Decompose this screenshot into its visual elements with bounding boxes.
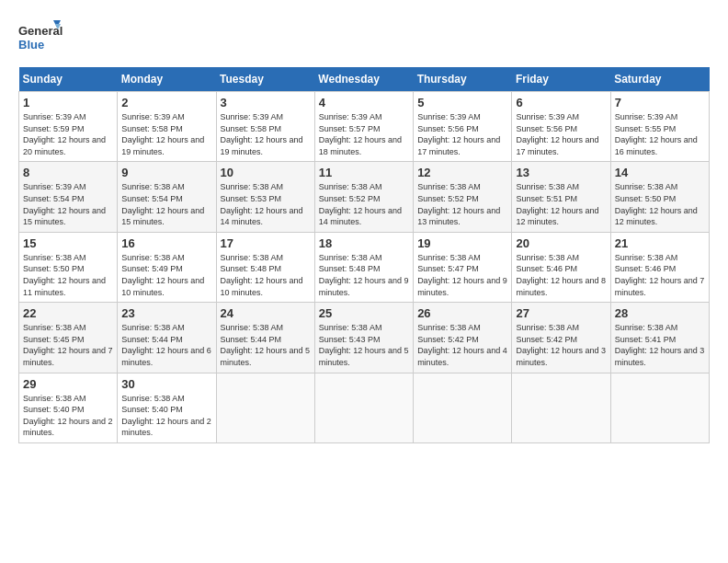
weekday-header-tuesday: Tuesday	[216, 67, 314, 92]
svg-text:Blue: Blue	[18, 38, 44, 52]
day-cell: 22 Sunrise: 5:38 AMSunset: 5:45 PMDaylig…	[19, 303, 118, 373]
empty-cell	[610, 373, 709, 442]
day-info: Sunrise: 5:39 AMSunset: 5:58 PMDaylight:…	[221, 111, 311, 157]
day-number: 4	[319, 96, 409, 109]
day-cell: 20 Sunrise: 5:38 AMSunset: 5:46 PMDaylig…	[512, 232, 610, 302]
day-cell: 14 Sunrise: 5:38 AMSunset: 5:50 PMDaylig…	[610, 162, 709, 232]
weekday-header-wednesday: Wednesday	[314, 67, 413, 92]
day-info: Sunrise: 5:38 AMSunset: 5:48 PMDaylight:…	[319, 252, 409, 298]
day-info: Sunrise: 5:38 AMSunset: 5:46 PMDaylight:…	[516, 252, 606, 298]
day-cell: 21 Sunrise: 5:38 AMSunset: 5:46 PMDaylig…	[610, 232, 709, 302]
empty-cell	[512, 373, 610, 442]
calendar-table: SundayMondayTuesdayWednesdayThursdayFrid…	[18, 67, 710, 443]
day-number: 16	[121, 236, 211, 250]
day-info: Sunrise: 5:39 AMSunset: 5:55 PMDaylight:…	[615, 111, 705, 157]
day-cell: 6 Sunrise: 5:39 AMSunset: 5:56 PMDayligh…	[512, 92, 610, 162]
calendar-week-row: 15 Sunrise: 5:38 AMSunset: 5:50 PMDaylig…	[19, 232, 710, 302]
weekday-header-sunday: Sunday	[19, 67, 118, 92]
empty-cell	[314, 373, 413, 442]
day-info: Sunrise: 5:38 AMSunset: 5:46 PMDaylight:…	[615, 252, 705, 298]
day-number: 8	[23, 166, 113, 179]
day-cell: 11 Sunrise: 5:38 AMSunset: 5:52 PMDaylig…	[314, 162, 413, 232]
day-number: 29	[23, 377, 113, 391]
day-cell: 30 Sunrise: 5:38 AMSunset: 5:40 PMDaylig…	[118, 373, 216, 442]
day-info: Sunrise: 5:39 AMSunset: 5:56 PMDaylight:…	[417, 111, 507, 157]
day-info: Sunrise: 5:38 AMSunset: 5:54 PMDaylight:…	[121, 181, 211, 227]
day-cell: 7 Sunrise: 5:39 AMSunset: 5:55 PMDayligh…	[610, 92, 709, 162]
day-number: 25	[319, 306, 409, 320]
day-number: 2	[121, 96, 211, 109]
day-cell: 15 Sunrise: 5:38 AMSunset: 5:50 PMDaylig…	[19, 232, 118, 302]
day-cell: 24 Sunrise: 5:38 AMSunset: 5:44 PMDaylig…	[216, 303, 314, 373]
day-number: 14	[615, 166, 705, 179]
day-number: 19	[417, 236, 507, 250]
day-info: Sunrise: 5:38 AMSunset: 5:53 PMDaylight:…	[221, 181, 311, 227]
day-number: 5	[417, 96, 507, 109]
day-number: 9	[121, 166, 211, 179]
day-number: 3	[221, 96, 311, 109]
calendar-week-row: 29 Sunrise: 5:38 AMSunset: 5:40 PMDaylig…	[19, 373, 710, 442]
page-header: General Blue	[18, 18, 710, 60]
day-info: Sunrise: 5:39 AMSunset: 5:58 PMDaylight:…	[121, 111, 211, 157]
day-cell: 12 Sunrise: 5:38 AMSunset: 5:52 PMDaylig…	[414, 162, 512, 232]
weekday-header-friday: Friday	[512, 67, 610, 92]
day-info: Sunrise: 5:38 AMSunset: 5:49 PMDaylight:…	[121, 252, 211, 298]
day-number: 6	[516, 96, 606, 109]
day-number: 28	[615, 306, 705, 320]
day-cell: 1 Sunrise: 5:39 AMSunset: 5:59 PMDayligh…	[19, 92, 118, 162]
day-number: 18	[319, 236, 409, 250]
day-cell: 19 Sunrise: 5:38 AMSunset: 5:47 PMDaylig…	[414, 232, 512, 302]
day-number: 21	[615, 236, 705, 250]
day-number: 27	[516, 306, 606, 320]
day-number: 11	[319, 166, 409, 179]
day-cell: 18 Sunrise: 5:38 AMSunset: 5:48 PMDaylig…	[314, 232, 413, 302]
day-info: Sunrise: 5:38 AMSunset: 5:43 PMDaylight:…	[319, 322, 409, 368]
day-cell: 9 Sunrise: 5:38 AMSunset: 5:54 PMDayligh…	[118, 162, 216, 232]
day-info: Sunrise: 5:38 AMSunset: 5:42 PMDaylight:…	[417, 322, 507, 368]
day-cell: 26 Sunrise: 5:38 AMSunset: 5:42 PMDaylig…	[414, 303, 512, 373]
day-number: 10	[221, 166, 311, 179]
weekday-header-thursday: Thursday	[414, 67, 512, 92]
day-number: 24	[221, 306, 311, 320]
weekday-header-monday: Monday	[118, 67, 216, 92]
day-info: Sunrise: 5:39 AMSunset: 5:54 PMDaylight:…	[23, 181, 113, 227]
day-cell: 16 Sunrise: 5:38 AMSunset: 5:49 PMDaylig…	[118, 232, 216, 302]
day-number: 23	[121, 306, 211, 320]
day-number: 30	[121, 377, 211, 391]
day-info: Sunrise: 5:38 AMSunset: 5:44 PMDaylight:…	[221, 322, 311, 368]
day-number: 26	[417, 306, 507, 320]
day-number: 15	[23, 236, 113, 250]
day-info: Sunrise: 5:38 AMSunset: 5:40 PMDaylight:…	[121, 393, 211, 439]
day-cell: 2 Sunrise: 5:39 AMSunset: 5:58 PMDayligh…	[118, 92, 216, 162]
day-cell: 5 Sunrise: 5:39 AMSunset: 5:56 PMDayligh…	[414, 92, 512, 162]
day-cell: 23 Sunrise: 5:38 AMSunset: 5:44 PMDaylig…	[118, 303, 216, 373]
day-info: Sunrise: 5:38 AMSunset: 5:45 PMDaylight:…	[23, 322, 113, 368]
day-number: 1	[23, 96, 113, 109]
day-cell: 17 Sunrise: 5:38 AMSunset: 5:48 PMDaylig…	[216, 232, 314, 302]
day-number: 13	[516, 166, 606, 179]
day-info: Sunrise: 5:38 AMSunset: 5:42 PMDaylight:…	[516, 322, 606, 368]
day-cell: 28 Sunrise: 5:38 AMSunset: 5:41 PMDaylig…	[610, 303, 709, 373]
day-number: 20	[516, 236, 606, 250]
day-info: Sunrise: 5:38 AMSunset: 5:48 PMDaylight:…	[221, 252, 311, 298]
day-info: Sunrise: 5:38 AMSunset: 5:51 PMDaylight:…	[516, 181, 606, 227]
day-info: Sunrise: 5:39 AMSunset: 5:59 PMDaylight:…	[23, 111, 113, 157]
day-number: 12	[417, 166, 507, 179]
day-info: Sunrise: 5:38 AMSunset: 5:41 PMDaylight:…	[615, 322, 705, 368]
calendar-week-row: 22 Sunrise: 5:38 AMSunset: 5:45 PMDaylig…	[19, 303, 710, 373]
calendar-week-row: 8 Sunrise: 5:39 AMSunset: 5:54 PMDayligh…	[19, 162, 710, 232]
day-info: Sunrise: 5:38 AMSunset: 5:52 PMDaylight:…	[417, 181, 507, 227]
day-info: Sunrise: 5:38 AMSunset: 5:47 PMDaylight:…	[417, 252, 507, 298]
day-cell: 4 Sunrise: 5:39 AMSunset: 5:57 PMDayligh…	[314, 92, 413, 162]
day-info: Sunrise: 5:38 AMSunset: 5:40 PMDaylight:…	[23, 393, 113, 439]
day-info: Sunrise: 5:38 AMSunset: 5:50 PMDaylight:…	[615, 181, 705, 227]
day-info: Sunrise: 5:38 AMSunset: 5:50 PMDaylight:…	[23, 252, 113, 298]
logo: General Blue	[18, 18, 64, 60]
empty-cell	[216, 373, 314, 442]
calendar-week-row: 1 Sunrise: 5:39 AMSunset: 5:59 PMDayligh…	[19, 92, 710, 162]
day-info: Sunrise: 5:38 AMSunset: 5:44 PMDaylight:…	[121, 322, 211, 368]
weekday-header-saturday: Saturday	[610, 67, 709, 92]
day-info: Sunrise: 5:39 AMSunset: 5:57 PMDaylight:…	[319, 111, 409, 157]
day-number: 22	[23, 306, 113, 320]
day-cell: 27 Sunrise: 5:38 AMSunset: 5:42 PMDaylig…	[512, 303, 610, 373]
